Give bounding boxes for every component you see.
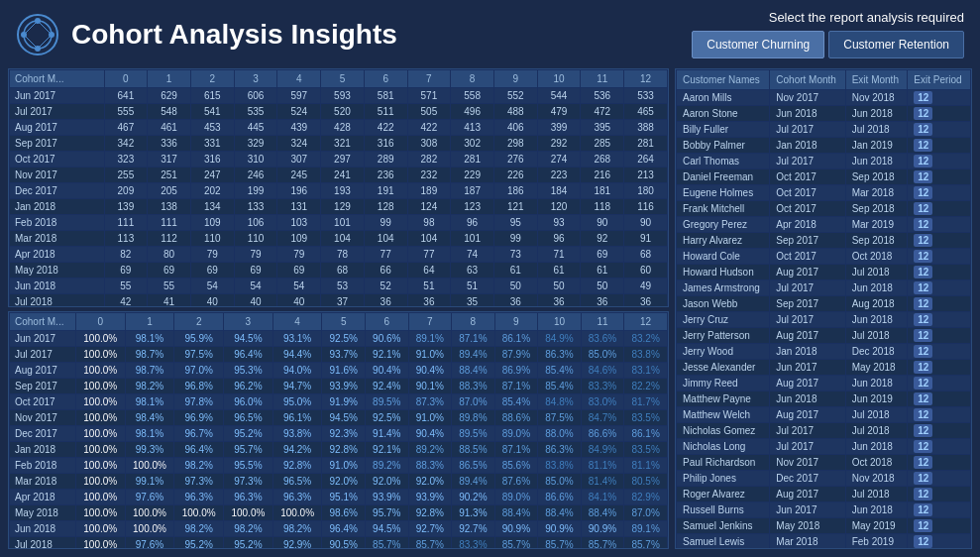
customer-table-container[interactable]: Customer NamesCohort MonthExit MonthExit…: [675, 68, 972, 549]
exit-period-cell: 12: [908, 265, 971, 280]
main-content: Cohort M...0123456789101112 Jun 20176416…: [0, 68, 980, 557]
cohort-count-cell: 41: [148, 294, 191, 307]
pct-value-cell: 85.7%: [494, 536, 538, 549]
table-row: Nov 201725525124724624524123623222922622…: [10, 167, 668, 183]
customer-name-cell: Billy Fuller: [677, 122, 770, 138]
cohort-count-cell: 131: [277, 199, 321, 215]
cohort-count-cell: 467: [104, 120, 148, 136]
pct-value-cell: 83.5%: [624, 409, 668, 425]
customer-name-cell: Russell Burns: [677, 502, 770, 518]
pct-value-cell: 92.7%: [408, 520, 452, 536]
exit-period-cell: 12: [908, 455, 971, 471]
pct-value-cell: 100.0%: [75, 536, 125, 549]
pct-value-cell: 86.5%: [452, 457, 495, 473]
cohort-count-cell: 120: [537, 199, 581, 215]
pct-col-header: 6: [365, 312, 408, 330]
pct-value-cell: 86.6%: [538, 489, 582, 504]
pct-value-cell: 92.1%: [365, 346, 408, 362]
exit-period-badge: 12: [914, 440, 932, 453]
pct-value-cell: 94.5%: [224, 330, 273, 346]
pct-value-cell: 89.2%: [408, 441, 452, 457]
table-row: Jan 201813913813413313112912812412312112…: [10, 199, 668, 215]
pct-value-cell: 87.1%: [494, 441, 538, 457]
pct-value-cell: 97.3%: [224, 473, 273, 489]
cohort-col-header: 11: [581, 70, 624, 88]
pct-value-cell: 100.0%: [174, 504, 224, 520]
pct-value-cell: 88.4%: [452, 362, 495, 378]
exit-month-cell: Sep 2018: [845, 169, 908, 185]
pct-value-cell: 100.0%: [125, 457, 174, 473]
pct-value-cell: 100.0%: [75, 362, 125, 378]
cohort-count-cell: 189: [407, 183, 451, 199]
cohort-count-cell: 236: [364, 167, 407, 183]
cohort-month-cell: Oct 2017: [770, 169, 845, 185]
pct-value-cell: 100.0%: [272, 504, 322, 520]
cohort-count-cell: 104: [321, 231, 365, 247]
cohort-count-cell: 111: [148, 215, 191, 231]
customer-col-header: Exit Period: [908, 70, 971, 90]
cohort-month-cell: May 2018: [10, 263, 105, 278]
cohort-count-cell: 191: [364, 183, 407, 199]
cohort-count-cell: 593: [321, 88, 365, 104]
cohort-pct-table-container[interactable]: Cohort M...0123456789101112 Jun 2017100.…: [8, 311, 669, 550]
table-row: Apr 2018100.0%97.6%96.3%96.3%96.3%95.1%9…: [10, 489, 668, 504]
exit-period-badge: 12: [914, 186, 932, 199]
customer-name-cell: Samuel Jenkins: [677, 518, 770, 534]
cohort-month-cell: Nov 2017: [770, 455, 845, 471]
tab-customer-retention[interactable]: Customer Retention: [828, 31, 964, 58]
pct-col-header: 9: [494, 312, 538, 330]
pct-value-cell: 96.5%: [224, 409, 273, 425]
cohort-count-cell: 90: [581, 215, 624, 231]
pct-value-cell: 88.6%: [494, 409, 538, 425]
pct-value-cell: 90.9%: [581, 520, 624, 536]
cohort-count-cell: 116: [624, 199, 668, 215]
tab-customer-churning[interactable]: Customer Churning: [692, 31, 824, 58]
cohort-count-cell: 93: [537, 215, 581, 231]
customer-col-header: Cohort Month: [770, 70, 845, 90]
cohort-count-cell: 61: [493, 263, 537, 278]
pct-month-cell: Oct 2017: [10, 393, 76, 409]
exit-period-cell: 12: [908, 169, 971, 185]
cohort-count-cell: 54: [234, 278, 277, 294]
cohort-month-cell: Jul 2017: [770, 154, 845, 169]
cohort-count-cell: 281: [451, 152, 494, 167]
pct-month-cell: Jun 2017: [10, 330, 76, 346]
pct-value-cell: 90.9%: [494, 520, 538, 536]
cohort-month-cell: Jun 2018: [770, 106, 845, 122]
cohort-count-cell: 109: [190, 215, 234, 231]
customer-col-header: Customer Names: [677, 70, 770, 90]
cohort-count-cell: 317: [148, 152, 191, 167]
cohort-count-table-container[interactable]: Cohort M...0123456789101112 Jun 20176416…: [8, 68, 669, 307]
table-row: Dec 2017100.0%98.1%96.7%95.2%93.8%92.3%9…: [10, 425, 668, 441]
exit-month-cell: Jun 2018: [845, 439, 908, 455]
cohort-count-cell: 331: [190, 136, 234, 152]
pct-col-header: 2: [174, 312, 224, 330]
list-item: Harry AlvarezSep 2017Sep 201812: [677, 233, 971, 249]
pct-value-cell: 95.2%: [174, 536, 224, 549]
cohort-count-cell: 558: [451, 88, 494, 104]
cohort-count-cell: 571: [407, 88, 451, 104]
cohort-count-cell: 69: [581, 247, 624, 263]
cohort-count-cell: 90: [624, 215, 668, 231]
exit-month-cell: Jun 2018: [845, 312, 908, 328]
pct-value-cell: 97.5%: [174, 346, 224, 362]
pct-value-cell: 81.4%: [581, 473, 624, 489]
exit-period-cell: 12: [908, 360, 971, 376]
list-item: Jesse AlexanderJun 2017May 201812: [677, 360, 971, 376]
pct-value-cell: 100.0%: [75, 378, 125, 393]
customer-name-cell: Jerry Patterson: [677, 328, 770, 344]
pct-value-cell: 88.3%: [452, 378, 495, 393]
cohort-count-cell: 78: [321, 247, 365, 263]
pct-month-cell: Dec 2017: [10, 425, 76, 441]
cohort-count-cell: 342: [104, 136, 148, 152]
cohort-col-header: 2: [190, 70, 234, 88]
cohort-month-cell: Oct 2017: [770, 201, 845, 217]
cohort-count-cell: 110: [234, 231, 277, 247]
cohort-month-cell: Jun 2018: [770, 391, 845, 407]
cohort-col-header: 3: [234, 70, 277, 88]
list-item: Russell BurnsJun 2017Jun 201812: [677, 502, 971, 518]
exit-period-cell: 12: [908, 423, 971, 439]
exit-period-cell: 12: [908, 376, 971, 391]
cohort-pct-table: Cohort M...0123456789101112 Jun 2017100.…: [9, 312, 668, 550]
pct-value-cell: 84.8%: [538, 393, 582, 409]
